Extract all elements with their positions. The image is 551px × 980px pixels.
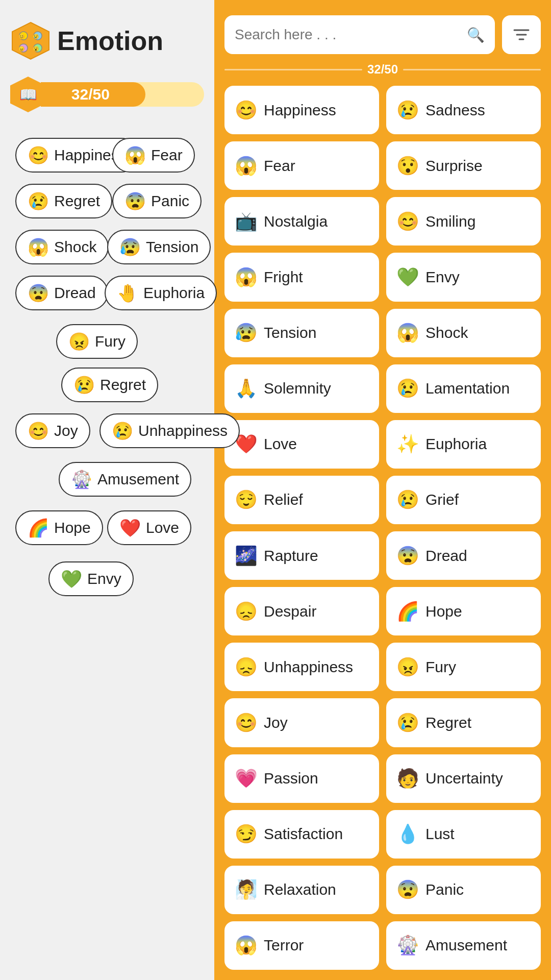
grid-chip-lamentation[interactable]: 😢 Lamentation [386,364,541,413]
app-title: Emotion [57,26,163,56]
grid-chip-regret[interactable]: 😢 Regret [386,698,541,747]
chip-label: Fury [95,333,126,350]
left-chip-love[interactable]: ❤️ Love [107,510,191,545]
left-chip-joy[interactable]: 😊 Joy [15,413,90,448]
grid-chip-emoji: 😨 [396,545,419,567]
search-bar[interactable]: 🔍 [224,15,495,54]
grid-chip-despair[interactable]: 😞 Despair [224,587,379,635]
left-chip-panic[interactable]: 😨 Panic [112,184,202,218]
grid-chip-dread[interactable]: 😨 Dread [386,531,541,580]
grid-chip-grief[interactable]: 😢 Grief [386,476,541,524]
grid-chip-envy[interactable]: 💚 Envy [386,253,541,301]
grid-chip-label: Relief [264,491,303,508]
left-chip-shock[interactable]: 😱 Shock [15,230,109,264]
chip-emoji: 🌈 [28,518,49,538]
chip-emoji: ❤️ [119,518,141,538]
svg-text:😢: 😢 [33,33,39,40]
grid-chip-label: Nostalgia [264,213,328,230]
grid-chip-emoji: 🌌 [235,545,258,567]
grid-chip-fear[interactable]: 😱 Fear [224,141,379,190]
chip-label: Panic [151,192,189,210]
app-logo-icon: 😊 😢 😠 😮 [10,20,51,61]
grid-chip-shock[interactable]: 😱 Shock [386,309,541,357]
grid-chip-surprise[interactable]: 😯 Surprise [386,141,541,190]
chip-label: Amusement [97,471,179,488]
grid-chip-emoji: 🧖 [235,879,258,900]
chip-emoji: 😢 [112,421,133,441]
left-chip-euphoria[interactable]: 🤚 Euphoria [105,276,217,310]
grid-chip-emoji: 😢 [396,712,419,733]
grid-chip-hope[interactable]: 🌈 Hope [386,587,541,635]
search-input[interactable] [235,27,462,43]
grid-chip-label: Terror [264,937,304,954]
grid-chip-fright[interactable]: 😱 Fright [224,253,379,301]
grid-chip-terror[interactable]: 😱 Terror [224,921,379,970]
progress-bar-container: 📖 32/50 [10,77,204,112]
grid-chip-solemnity[interactable]: 🙏 Solemnity [224,364,379,413]
grid-chip-panic[interactable]: 😨 Panic [386,866,541,914]
grid-chip-emoji: 😊 [235,712,258,733]
grid-chip-label: Love [264,435,297,453]
chip-emoji: 😨 [124,191,146,211]
grid-chip-lust[interactable]: 💧 Lust [386,810,541,859]
left-chip-regret[interactable]: 😢 Regret [15,184,112,218]
chip-label: Regret [54,192,100,210]
chip-emoji: 😠 [68,331,90,352]
left-chip-fear[interactable]: 😱 Fear [112,138,195,173]
svg-marker-0 [12,22,49,59]
chip-emoji: 😢 [73,375,95,395]
left-chip-amusement[interactable]: 🎡 Amusement [59,462,191,497]
search-row: 🔍 [224,15,541,54]
grid-chip-emoji: ✨ [396,433,419,455]
grid-chip-emoji: 😊 [396,211,419,232]
grid-chip-emoji: 😠 [396,656,419,678]
grid-chip-label: Euphoria [425,435,487,453]
grid-chip-relief[interactable]: 😌 Relief [224,476,379,524]
chip-emoji: 😊 [28,421,49,441]
grid-chip-rapture[interactable]: 🌌 Rapture [224,531,379,580]
grid-chip-label: Lamentation [425,380,510,397]
grid-chip-happiness[interactable]: 😊 Happiness [224,86,379,134]
grid-chip-smiling[interactable]: 😊 Smiling [386,197,541,246]
grid-chip-label: Sadness [425,102,485,119]
grid-chip-euphoria[interactable]: ✨ Euphoria [386,420,541,469]
chip-label: Regret [100,376,146,394]
grid-chip-emoji: 😱 [235,155,258,177]
grid-chip-unhappiness[interactable]: 😞 Unhappiness [224,643,379,691]
grid-chip-emoji: 💚 [396,266,419,288]
chip-label: Shock [54,238,96,256]
grid-chip-satisfaction[interactable]: 😏 Satisfaction [224,810,379,859]
grid-chip-uncertainty[interactable]: 🧑 Uncertainty [386,754,541,803]
svg-text:😊: 😊 [18,33,25,40]
grid-chip-love[interactable]: ❤️ Love [224,420,379,469]
left-chip-envy[interactable]: 💚 Envy [48,561,134,596]
chip-label: Hope [54,519,91,536]
grid-chip-emoji: 😨 [396,879,419,900]
grid-chip-sadness[interactable]: 😢 Sadness [386,86,541,134]
grid-chip-label: Solemnity [264,380,331,397]
grid-chip-relaxation[interactable]: 🧖 Relaxation [224,866,379,914]
grid-chip-emoji: 💧 [396,823,419,845]
left-chip-unhappiness[interactable]: 😢 Unhappiness [99,413,240,448]
filter-icon [512,26,531,44]
grid-chip-label: Fury [425,658,456,676]
grid-chip-label: Uncertainty [425,770,503,787]
left-chip-dread[interactable]: 😨 Dread [15,276,108,310]
grid-chip-passion[interactable]: 💗 Passion [224,754,379,803]
grid-chip-label: Happiness [264,102,336,119]
left-chip-fury[interactable]: 😠 Fury [56,324,138,359]
grid-chip-joy[interactable]: 😊 Joy [224,698,379,747]
left-panel: 😊 😢 😠 😮 Emotion 📖 32/50 😊 Happiness😱 Fea… [0,0,214,980]
left-chip-hope[interactable]: 🌈 Hope [15,510,103,545]
grid-chip-tension[interactable]: 😰 Tension [224,309,379,357]
left-chip-tension[interactable]: 😰 Tension [107,230,211,264]
left-chip-regret[interactable]: 😢 Regret [61,368,158,402]
filter-button[interactable] [502,15,541,54]
grid-chip-label: Amusement [425,937,507,954]
grid-chip-nostalgia[interactable]: 📺 Nostalgia [224,197,379,246]
chip-label: Dread [54,284,96,302]
grid-chip-label: Unhappiness [264,658,353,676]
grid-chip-fury[interactable]: 😠 Fury [386,643,541,691]
progress-count: 32/50 [367,62,398,77]
grid-chip-amusement[interactable]: 🎡 Amusement [386,921,541,970]
